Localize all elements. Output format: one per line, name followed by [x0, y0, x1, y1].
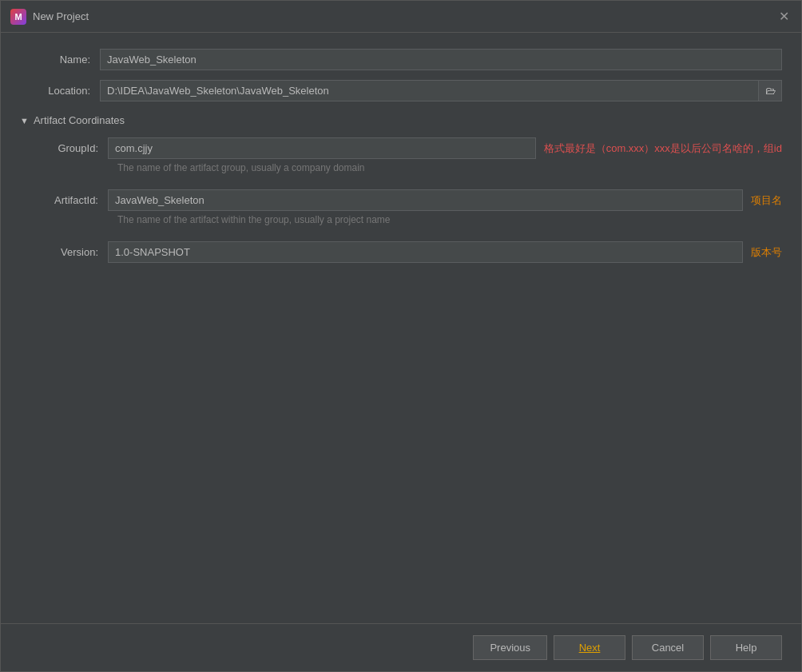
groupid-label: GroupId:	[36, 142, 108, 154]
version-label: Version:	[36, 246, 108, 258]
dialog-content: Name: Location: 🗁 ▼ Artifact Coordinates	[1, 33, 801, 623]
close-button[interactable]: ✕	[776, 9, 792, 25]
dialog-footer: Previous Next Cancel Help	[1, 623, 801, 671]
artifactid-input[interactable]	[108, 189, 743, 211]
folder-icon: 🗁	[765, 85, 776, 97]
artifactid-label: ArtifactId:	[36, 194, 108, 206]
title-bar: M New Project ✕	[1, 1, 801, 33]
location-row: Location: 🗁	[20, 80, 782, 101]
next-label: Next	[579, 642, 601, 654]
artifactid-row: ArtifactId: 项目名 The name of the artifact…	[36, 189, 782, 232]
artifactid-annotation: 项目名	[751, 193, 782, 208]
previous-button[interactable]: Previous	[473, 635, 547, 660]
version-section: Version: 版本号	[20, 241, 782, 276]
help-button[interactable]: Help	[710, 635, 782, 660]
artifactid-hint: The name of the artifact within the grou…	[117, 214, 782, 225]
collapse-arrow-icon[interactable]: ▼	[20, 116, 29, 125]
dialog-title: New Project	[33, 10, 89, 22]
version-field-row: Version: 版本号	[36, 241, 782, 263]
cancel-button[interactable]: Cancel	[632, 635, 704, 660]
artifactid-field-row: ArtifactId: 项目名	[36, 189, 782, 211]
groupid-field-row: GroupId: 格式最好是（com.xxx）xxx是以后公司名啥的，组id	[36, 137, 782, 159]
groupid-annotation: 格式最好是（com.xxx）xxx是以后公司名啥的，组id	[544, 141, 782, 156]
name-label: Name:	[20, 54, 100, 66]
artifact-coordinates-section-header: ▼ Artifact Coordinates	[20, 114, 782, 126]
groupid-input[interactable]	[108, 137, 536, 159]
artifactid-section: ArtifactId: 项目名 The name of the artifact…	[20, 189, 782, 241]
location-wrapper: 🗁	[100, 80, 782, 101]
next-button[interactable]: Next	[554, 635, 625, 660]
name-input-wrapper	[100, 49, 782, 70]
groupid-row: GroupId: 格式最好是（com.xxx）xxx是以后公司名啥的，组id T…	[36, 137, 782, 180]
location-label: Location:	[20, 85, 100, 97]
version-input[interactable]	[108, 241, 743, 263]
groupid-section: GroupId: 格式最好是（com.xxx）xxx是以后公司名啥的，组id T…	[20, 137, 782, 189]
location-input[interactable]	[100, 80, 758, 101]
browse-button[interactable]: 🗁	[758, 80, 782, 101]
name-input[interactable]	[100, 49, 782, 70]
new-project-dialog: M New Project ✕ Name: Location: 🗁 ▼	[0, 0, 802, 672]
artifact-coordinates-title: Artifact Coordinates	[34, 114, 125, 126]
title-bar-left: M New Project	[10, 9, 89, 25]
groupid-hint: The name of the artifact group, usually …	[117, 162, 782, 173]
app-icon: M	[10, 9, 26, 25]
name-row: Name:	[20, 49, 782, 70]
version-row: Version: 版本号	[36, 241, 782, 266]
version-annotation: 版本号	[751, 245, 782, 260]
